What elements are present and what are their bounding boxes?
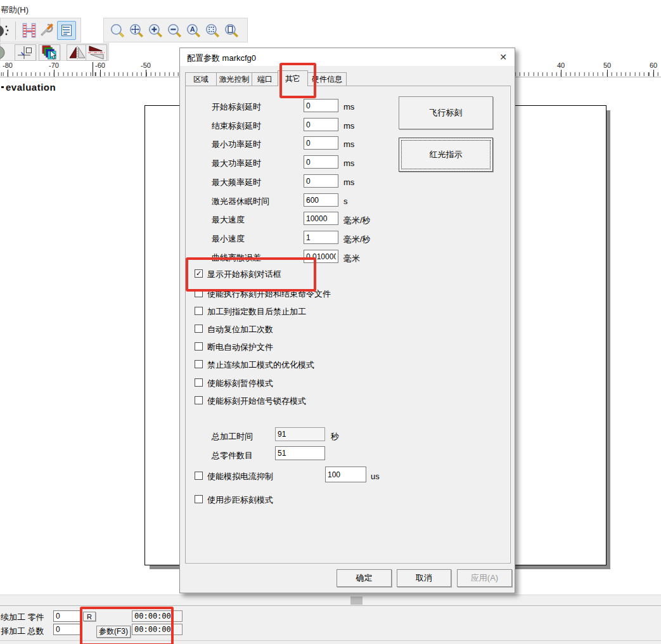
mirror-horizontal-button[interactable] — [67, 44, 88, 61]
end-delay-input[interactable] — [304, 118, 338, 131]
tab-region[interactable]: 区域 — [185, 72, 217, 86]
object-list-button[interactable] — [57, 21, 76, 40]
toolbar-group-zoom: A — [103, 18, 248, 42]
zoom-selection-button[interactable] — [203, 21, 222, 40]
h-icon — [21, 22, 37, 39]
red-light-button[interactable]: 红光指示 — [399, 138, 493, 172]
list-icon — [60, 23, 74, 37]
hatch-button[interactable] — [20, 21, 39, 40]
min-power-delay-input[interactable] — [304, 136, 338, 150]
zoom-window-button[interactable] — [108, 21, 127, 40]
crosshair-icon — [17, 45, 34, 60]
total-time-unit: 秒 — [331, 431, 339, 442]
select-total-label: 择加工 总数 — [1, 626, 44, 637]
checkbox-start-signal-latch[interactable] — [195, 396, 203, 404]
close-icon[interactable]: ✕ — [496, 50, 511, 64]
checkbox-analog-current-suppress[interactable] — [195, 472, 203, 480]
max-freq-delay-input[interactable] — [304, 174, 338, 188]
checkbox-label: 断电自动保护文件 — [207, 342, 273, 353]
field-unit: ms — [343, 102, 354, 112]
checkbox-auto-reset-count[interactable] — [195, 325, 203, 333]
zoom-all-button[interactable]: A — [184, 21, 203, 40]
field-label: 最小速度 — [212, 233, 245, 245]
checkbox-poweroff-protect[interactable] — [195, 342, 203, 351]
field-unit: ms — [343, 158, 354, 168]
zoom-out-icon — [167, 23, 182, 38]
checkbox-mark-pause-mode[interactable] — [195, 378, 203, 387]
laser-sleep-input[interactable] — [304, 193, 338, 207]
total-parts-input[interactable] — [275, 446, 325, 460]
ok-button[interactable]: 确定 — [337, 569, 392, 587]
total-count-input[interactable] — [53, 624, 81, 635]
checkbox-label: 自动复位加工次数 — [207, 324, 273, 335]
field-unit: ms — [343, 177, 354, 187]
checkbox-label: 禁止连续加工模式的优化模式 — [207, 359, 314, 371]
toolbar-row-1: A — [0, 18, 661, 43]
apply-button[interactable]: 应用(A) — [457, 569, 512, 587]
min-speed-input[interactable] — [304, 231, 338, 244]
field-unit: ms — [343, 139, 354, 149]
watermark-clipped-glyph — [1, 86, 4, 88]
total-time-input — [275, 427, 325, 441]
dialog-title: 配置参数 markcfg0 — [187, 53, 256, 64]
partial-tool-icon[interactable] — [0, 23, 11, 39]
ruler-label: 60 — [645, 61, 661, 69]
zoom-in-button[interactable] — [146, 21, 165, 40]
field-label: 最大功率延时 — [212, 158, 261, 169]
current-suppress-unit: us — [371, 472, 380, 481]
tools-icon — [39, 22, 55, 39]
toolbar-group-main — [0, 18, 81, 42]
toolbar-separator — [15, 22, 16, 40]
current-suppress-input[interactable] — [325, 467, 366, 482]
ruler-label: -80 — [0, 61, 16, 69]
field-unit: s — [343, 196, 348, 206]
checkbox-label: 加工到指定数目后禁止加工 — [207, 306, 306, 318]
zoom-move-button[interactable] — [127, 21, 146, 40]
checkbox-step-mark-mode[interactable] — [195, 495, 203, 503]
checkbox-label: 使能模拟电流抑制 — [207, 471, 273, 482]
tab-port[interactable]: 端口 — [252, 72, 278, 86]
annotation-box-other-tab — [279, 63, 316, 98]
cancel-button[interactable]: 取消 — [397, 569, 451, 587]
partial-edit-icon[interactable] — [0, 46, 10, 60]
layers-select-button[interactable] — [39, 44, 60, 61]
svg-text:A: A — [190, 25, 195, 33]
ruler-label: 40 — [552, 61, 570, 69]
layers-icon — [41, 44, 58, 61]
checkbox-disable-continuous-opt[interactable] — [195, 360, 203, 368]
horizontal-scrollbar[interactable] — [0, 595, 661, 605]
annotation-box-param-button — [80, 607, 174, 644]
zoom-page-button[interactable] — [222, 21, 241, 40]
mirror-vertical-icon — [87, 45, 105, 60]
max-speed-input[interactable] — [304, 212, 338, 225]
ruler-marker — [93, 62, 93, 76]
zoom-in-icon — [148, 23, 163, 38]
menu-help[interactable]: 帮助(H) — [1, 4, 29, 16]
ruler-label: -60 — [91, 61, 109, 69]
parts-count-input[interactable] — [53, 610, 81, 622]
start-delay-input[interactable] — [304, 99, 338, 112]
menu-bar: 帮助(H) — [0, 0, 661, 18]
options-button[interactable] — [37, 21, 56, 40]
zoom-out-button[interactable] — [165, 21, 184, 40]
scrollbar-thumb[interactable] — [350, 596, 363, 605]
checkbox-label: 使用步距标刻模式 — [207, 494, 273, 506]
mirror-horizontal-icon — [68, 45, 86, 60]
config-dialog: 配置参数 markcfg0 ✕ 区域 激光控制 端口 其它 硬件信息 开始标刻延… — [179, 48, 515, 593]
checkbox-limit-count[interactable] — [195, 307, 203, 315]
checkbox-label: 使能标刻暂停模式 — [207, 378, 273, 389]
field-label: 开始标刻延时 — [212, 101, 261, 113]
ruler-label: -70 — [45, 61, 63, 69]
zoom-icon — [110, 23, 125, 38]
set-position-button[interactable] — [15, 44, 36, 61]
max-power-delay-input[interactable] — [304, 155, 338, 169]
field-label: 激光器休眠时间 — [212, 196, 269, 207]
field-unit: 毫米 — [343, 253, 360, 264]
tab-laser[interactable]: 激光控制 — [216, 72, 252, 86]
dialog-title-bar[interactable]: 配置参数 markcfg0 ✕ — [180, 48, 515, 66]
toolbar-group-edit — [0, 43, 109, 61]
field-unit: 毫米/秒 — [343, 234, 371, 245]
field-unit: 毫米/秒 — [343, 215, 371, 226]
mirror-vertical-button[interactable] — [86, 44, 107, 61]
fly-mark-button[interactable]: 飞行标刻 — [399, 96, 493, 129]
